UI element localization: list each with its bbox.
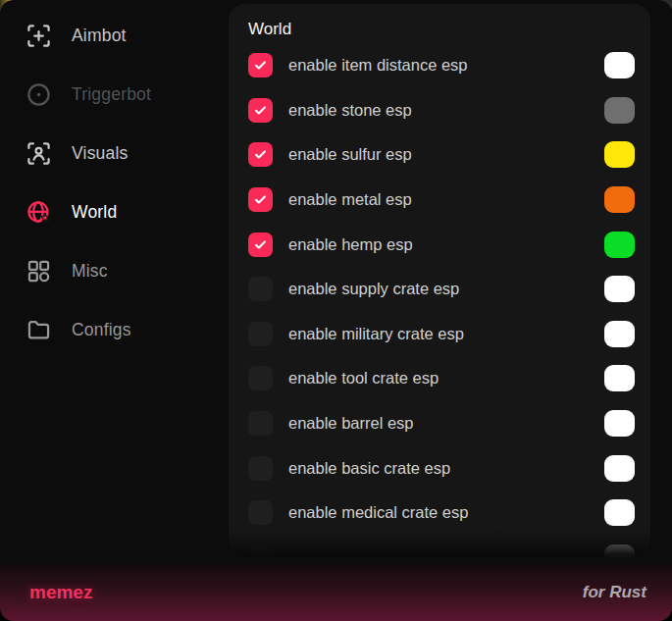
sidebar-item-misc[interactable]: Misc bbox=[0, 241, 229, 300]
setting-row: enable sulfur esp bbox=[248, 132, 635, 178]
setting-label: enable barrel esp bbox=[288, 414, 414, 433]
setting-label: enable stone esp bbox=[288, 101, 412, 120]
color-swatch[interactable] bbox=[604, 365, 635, 391]
color-swatch[interactable] bbox=[604, 141, 635, 168]
setting-row: enable military crate esp bbox=[248, 312, 635, 357]
sidebar-item-label: Triggerbot bbox=[72, 84, 151, 105]
checkbox[interactable] bbox=[248, 545, 273, 557]
panel-title: World bbox=[248, 20, 635, 41]
checkbox[interactable] bbox=[248, 187, 273, 212]
triggerbot-circle-dot-icon bbox=[26, 81, 52, 108]
sidebar-item-label: Aimbot bbox=[72, 26, 127, 46]
color-swatch[interactable] bbox=[604, 276, 635, 302]
brand-name: memez bbox=[29, 582, 92, 603]
setting-row: enable medical crate esp bbox=[248, 491, 635, 536]
brand-tagline: for Rust bbox=[583, 583, 646, 602]
color-swatch[interactable] bbox=[604, 52, 635, 78]
color-swatch[interactable] bbox=[604, 321, 635, 347]
setting-row: enable hemp esp bbox=[248, 222, 635, 267]
setting-label: enable military crate esp bbox=[288, 325, 464, 343]
sidebar-item-configs[interactable]: Configs bbox=[0, 300, 229, 359]
settings-rows: enable item distance esp enable stone es… bbox=[248, 43, 635, 557]
world-globe-icon bbox=[26, 199, 52, 226]
sidebar-item-aimbot[interactable]: Aimbot bbox=[0, 6, 229, 65]
checkbox[interactable] bbox=[248, 142, 273, 167]
setting-row bbox=[248, 536, 635, 557]
checkbox[interactable] bbox=[248, 233, 273, 257]
setting-row: enable item distance esp bbox=[248, 43, 635, 88]
setting-row: enable metal esp bbox=[248, 178, 635, 223]
checkbox[interactable] bbox=[248, 456, 273, 481]
setting-label: enable metal esp bbox=[288, 190, 412, 209]
setting-row: enable stone esp bbox=[248, 88, 635, 133]
color-swatch[interactable] bbox=[604, 499, 635, 526]
cheat-menu-window: Aimbot Triggerbot Visuals World Misc Con… bbox=[0, 0, 672, 621]
setting-row: enable barrel esp bbox=[248, 401, 635, 446]
sidebar-item-label: Configs bbox=[72, 320, 131, 340]
checkbox[interactable] bbox=[248, 411, 273, 436]
configs-folder-icon bbox=[26, 317, 52, 343]
misc-grid-icon bbox=[26, 258, 52, 285]
setting-row: enable basic crate esp bbox=[248, 445, 635, 491]
sidebar-item-label: Visuals bbox=[72, 143, 129, 164]
footer-bar: memez for Rust bbox=[0, 564, 672, 621]
color-swatch[interactable] bbox=[604, 455, 635, 482]
sidebar-item-triggerbot[interactable]: Triggerbot bbox=[0, 65, 229, 124]
setting-label: enable hemp esp bbox=[288, 235, 413, 254]
setting-label: enable sulfur esp bbox=[288, 145, 412, 164]
setting-row: enable tool crate esp bbox=[248, 356, 635, 401]
color-swatch[interactable] bbox=[604, 410, 635, 437]
color-swatch[interactable] bbox=[604, 232, 635, 258]
color-swatch[interactable] bbox=[604, 544, 635, 557]
color-swatch[interactable] bbox=[604, 186, 635, 213]
sidebar-item-world[interactable]: World bbox=[0, 182, 229, 241]
setting-label: enable medical crate esp bbox=[288, 503, 468, 522]
checkbox[interactable] bbox=[248, 322, 273, 346]
world-settings-panel: World enable item distance esp enable st… bbox=[229, 4, 650, 557]
setting-label: enable item distance esp bbox=[288, 56, 468, 75]
setting-label: enable tool crate esp bbox=[288, 369, 439, 388]
checkbox[interactable] bbox=[248, 53, 273, 78]
sidebar-item-label: Misc bbox=[72, 261, 108, 282]
color-swatch[interactable] bbox=[604, 97, 635, 124]
checkbox[interactable] bbox=[248, 500, 273, 525]
sidebar-item-visuals[interactable]: Visuals bbox=[0, 124, 229, 182]
sidebar: Aimbot Triggerbot Visuals World Misc Con… bbox=[0, 6, 229, 359]
visuals-scan-person-icon bbox=[26, 140, 52, 167]
checkbox[interactable] bbox=[248, 98, 273, 123]
checkbox[interactable] bbox=[248, 366, 273, 390]
setting-label: enable basic crate esp bbox=[288, 459, 450, 478]
sidebar-item-label: World bbox=[72, 202, 117, 223]
checkbox[interactable] bbox=[248, 277, 273, 301]
setting-row: enable supply crate esp bbox=[248, 267, 635, 312]
aimbot-crosshair-icon bbox=[26, 23, 52, 49]
setting-label: enable supply crate esp bbox=[288, 280, 459, 298]
